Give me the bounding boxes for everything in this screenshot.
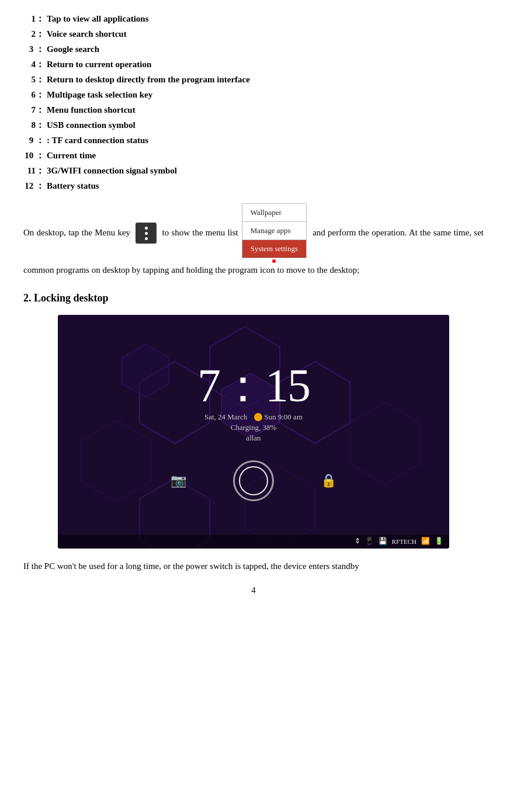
list-item-text: Current time: [47, 148, 96, 162]
sim-icon: 📱: [365, 537, 374, 546]
lock-date-row: Sat, 24 March Sun 9:00 am: [204, 412, 303, 422]
list-number: 8：: [23, 118, 47, 132]
menu-demo-middle-text: to show the menu list: [159, 228, 238, 237]
menu-demo-section: On desktop, tap the Menu key to show the…: [23, 203, 484, 278]
list-item: 1：Tap to view all applications: [23, 12, 484, 26]
list-item: 7：Menu function shortcut: [23, 103, 484, 117]
page-number: 4: [23, 585, 484, 595]
sd-icon: 💾: [378, 537, 387, 546]
bottom-paragraph: If the PC won't be used for a long time,…: [23, 559, 484, 574]
list-item-text: Menu function shortcut: [47, 103, 136, 117]
list-number: 4：: [23, 57, 47, 71]
list-item-text: Tap to view all applications: [47, 12, 148, 26]
list-number: 12 ：: [23, 179, 47, 193]
lockscreen-image: 7：15 Sat, 24 March Sun 9:00 am Charging,…: [58, 315, 449, 549]
list-item: 5：Return to desktop directly from the pr…: [23, 72, 484, 86]
menu-demo-before-text: On desktop, tap the Menu key: [23, 228, 133, 237]
inline-menu-item: Manage apps: [242, 222, 306, 240]
lock-time: 7：15: [197, 362, 310, 409]
list-item-text: Battery status: [47, 179, 99, 193]
list-item-text: Return to desktop directly from the prog…: [47, 72, 250, 86]
list-number: 6：: [23, 88, 47, 102]
list-item: 8：USB connection symbol: [23, 118, 484, 132]
list-number: 11：: [23, 164, 47, 178]
numbered-list: 1：Tap to view all applications2：Voice se…: [23, 12, 484, 193]
list-item: 12 ：Battery status: [23, 179, 484, 193]
list-item: 2：Voice search shortcut: [23, 27, 484, 41]
list-item-text: : TF card connection status: [47, 133, 148, 147]
list-item-text: Voice search shortcut: [47, 27, 127, 41]
list-item: 3 ： Google search: [23, 42, 484, 56]
camera-icon: 📷: [171, 473, 186, 488]
lock-date: Sat, 24 March: [204, 412, 247, 422]
menu-popup-inline: WallpaperManage appsSystem settings: [242, 203, 307, 263]
list-item-text: Multipage task selection key: [47, 88, 152, 102]
lock-padlock-icon: 🔒: [321, 473, 336, 488]
list-item: 10 ：Current time: [23, 148, 484, 162]
inline-menu-item: Wallpaper: [242, 204, 306, 222]
lock-user: allan: [246, 433, 261, 443]
list-item: 9 ： : TF card connection status: [23, 133, 484, 147]
popup-red-dot: [272, 259, 276, 263]
unlock-circle[interactable]: [233, 460, 274, 501]
list-item-text: USB connection symbol: [47, 118, 136, 132]
list-item: 6：Multipage task selection key: [23, 88, 484, 102]
list-item: 11：3G/WIFI connection signal symbol: [23, 164, 484, 178]
lockscreen-statusbar: ⇕ 📱 💾 RFTECH 📶 🔋: [58, 535, 449, 549]
list-item-text: 3G/WIFI connection signal symbol: [47, 164, 177, 178]
list-number: 1：: [23, 12, 47, 26]
battery-icon: 🔋: [435, 537, 443, 546]
list-number: 9 ：: [23, 133, 47, 147]
list-item: 4：Return to current operation: [23, 57, 484, 71]
list-number: 5：: [23, 72, 47, 86]
list-number: 2：: [23, 27, 47, 41]
list-item-text: Google search: [47, 42, 99, 56]
lock-icons-row: 📷 🔒: [171, 460, 336, 501]
wifi-signal-icon: 📶: [421, 537, 430, 546]
carrier-name: RFTECH: [392, 538, 416, 545]
unlock-inner-circle: [239, 466, 268, 495]
list-item-text: Return to current operation: [47, 57, 151, 71]
usb-icon: ⇕: [355, 537, 360, 546]
inline-menu-item: System settings: [242, 240, 306, 258]
menu-key-icon: [136, 223, 157, 244]
sun-icon: [254, 413, 262, 421]
list-number: 10 ：: [23, 148, 47, 162]
lock-charging: Charging, 38%: [231, 423, 276, 432]
section-2-title: 2. Locking desktop: [23, 292, 484, 304]
lock-sun-time: Sun 9:00 am: [254, 412, 303, 422]
lockscreen-content: 7：15 Sat, 24 March Sun 9:00 am Charging,…: [58, 362, 449, 501]
menu-demo-paragraph: On desktop, tap the Menu key to show the…: [23, 203, 484, 278]
lockscreen-container: 7：15 Sat, 24 March Sun 9:00 am Charging,…: [23, 315, 484, 549]
list-number: 3 ：: [23, 42, 47, 56]
list-number: 7：: [23, 103, 47, 117]
